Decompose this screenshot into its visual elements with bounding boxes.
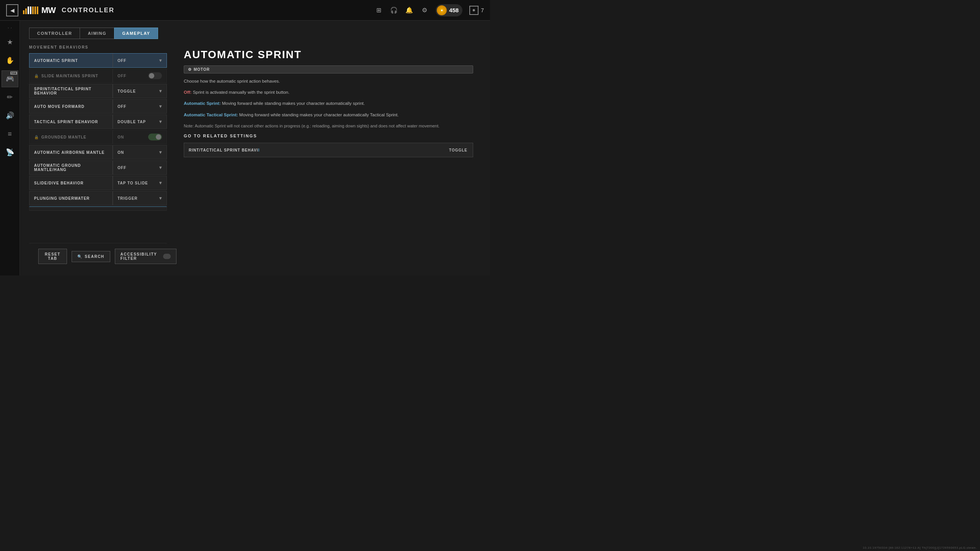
setting-name-slide-dive: SLIDE/DIVE BEHAVIOR	[29, 181, 113, 185]
dropdown-arrow-6: ▾	[159, 165, 162, 170]
sidebar-item-list[interactable]: ≡	[2, 126, 18, 142]
related-setting-value: TOGGLE	[444, 148, 473, 152]
setting-value-airborne-mantle: ON ▾	[113, 150, 167, 155]
tab-controller[interactable]: CONTROLLER	[29, 28, 80, 39]
lock-icon: 🔒	[34, 74, 39, 78]
setting-airborne-mantle[interactable]: AUTOMATIC AIRBORNE MANTLE ON ▾	[29, 145, 167, 160]
setting-value-slide-dive: TAP TO SLIDE ▾	[113, 180, 167, 186]
setting-name-slide-sprint: 🔒 SLIDE MAINTAINS SPRINT	[29, 74, 113, 78]
coin-amount: 458	[449, 7, 459, 13]
sidebar-item-controller[interactable]: 🎮 TAB	[2, 70, 18, 87]
dropdown-arrow-5: ▾	[159, 150, 162, 155]
setting-automatic-sprint[interactable]: AUTOMATIC SPRINT OFF ▾	[29, 53, 167, 68]
sidebar-item-edit[interactable]: ✏	[2, 89, 18, 106]
reset-tab-button[interactable]: RESET TAB	[38, 249, 67, 264]
dropdown-arrow-8: ▾	[159, 196, 162, 201]
settings-list: AUTOMATIC SPRINT OFF ▾ 🔒 SLIDE MAINTAINS…	[29, 53, 167, 243]
setting-value-sprint-tactical: TOGGLE ▾	[113, 88, 167, 94]
setting-value-grounded-mantle: ON	[113, 134, 167, 140]
logo: MW	[23, 5, 56, 15]
lock-icon-2: 🔒	[34, 135, 39, 139]
setting-value-ground-mantle: OFF ▾	[113, 165, 167, 170]
headset-icon[interactable]: 🎧	[390, 6, 398, 15]
option-label-off: Off:	[184, 90, 191, 95]
top-bar: ◀ MW CONTROLLER ⊞ 🎧 🔔 ⚙ ● 458 ❋ 7	[0, 0, 490, 21]
sidebar: · · ★ ✋ 🎮 TAB ✏ 🔊 ≡ 📡	[0, 21, 20, 276]
search-icon: 🔍	[77, 254, 83, 259]
setting-name-ground-mantle: AUTOMATIC GROUND MANTLE/HANG	[29, 163, 113, 172]
setting-name-grounded-mantle: 🔒 GROUNDED MANTLE	[29, 135, 113, 139]
sidebar-item-star[interactable]: ★	[2, 34, 18, 51]
level-value: 7	[481, 7, 484, 13]
split-panels: MOVEMENT BEHAVIORS AUTOMATIC SPRINT OFF …	[20, 39, 490, 276]
setting-ground-mantle[interactable]: AUTOMATIC GROUND MANTLE/HANG OFF ▾	[29, 160, 167, 175]
logo-icon	[23, 7, 38, 14]
dropdown-arrow-2: ▾	[159, 88, 162, 94]
setting-value-automatic-sprint: OFF ▾	[113, 58, 167, 63]
setting-name-sprint-tactical: SPRINT/TACTICAL SPRINT BEHAVIOR	[29, 87, 113, 95]
bell-icon[interactable]: 🔔	[405, 6, 413, 15]
logo-bar-5	[32, 7, 34, 14]
logo-bar-6	[34, 7, 36, 14]
left-panel: MOVEMENT BEHAVIORS AUTOMATIC SPRINT OFF …	[29, 45, 167, 269]
related-setting-sprint[interactable]: RINT/TACTICAL SPRINT BEHAVII TOGGLE	[184, 143, 473, 157]
logo-bar-1	[23, 10, 24, 14]
bottom-bar: RESET TAB 🔍 SEARCH ACCESSIBILITY FILTER	[29, 243, 167, 269]
sidebar-item-signal[interactable]: 📡	[2, 144, 18, 161]
logo-bar-7	[37, 7, 38, 14]
back-button[interactable]: ◀	[6, 4, 18, 16]
grid-icon[interactable]: ⊞	[374, 6, 383, 15]
search-button[interactable]: 🔍 SEARCH	[72, 251, 110, 262]
coin-icon: ●	[437, 5, 447, 15]
related-setting-name: RINT/TACTICAL SPRINT BEHAVII	[184, 148, 444, 152]
toggle-knob-2	[156, 134, 161, 140]
detail-title: AUTOMATIC SPRINT	[184, 49, 473, 61]
setting-value-plunging-underwater: TRIGGER ▾	[113, 196, 167, 201]
sidebar-item-speaker[interactable]: 🔊	[2, 107, 18, 124]
main-layout: · · ★ ✋ 🎮 TAB ✏ 🔊 ≡ 📡 CONTROLLER AIMING …	[0, 21, 490, 276]
tabs-row: CONTROLLER AIMING GAMEPLAY	[20, 21, 490, 39]
level-icon: ❋	[469, 6, 479, 15]
level-display: ❋ 7	[469, 6, 484, 15]
setting-name-tactical-sprint: TACTICAL SPRINT BEHAVIOR	[29, 120, 113, 124]
gear-icon[interactable]: ⚙	[420, 6, 429, 15]
dropdown-arrow-4: ▾	[159, 119, 162, 124]
accessibility-toggle[interactable]	[163, 254, 171, 259]
logo-bar-2	[25, 8, 27, 14]
content-area: CONTROLLER AIMING GAMEPLAY MOVEMENT BEHA…	[20, 21, 490, 276]
option-label-auto-sprint: Automatic Sprint:	[184, 101, 220, 106]
toggle-slide-sprint	[148, 72, 162, 79]
top-bar-left: ◀ MW CONTROLLER	[6, 4, 114, 16]
setting-value-slide-sprint: OFF	[113, 72, 167, 79]
option-auto-tactical: Automatic Tactical Sprint: Moving forwar…	[184, 112, 473, 118]
setting-name-airborne-mantle: AUTOMATIC AIRBORNE MANTLE	[29, 150, 113, 155]
setting-sprint-tactical[interactable]: SPRINT/TACTICAL SPRINT BEHAVIOR TOGGLE ▾	[29, 84, 167, 98]
section-label: MOVEMENT BEHAVIORS	[29, 45, 167, 49]
setting-name-auto-move: AUTO MOVE FORWARD	[29, 104, 113, 109]
tab-aiming[interactable]: AIMING	[80, 28, 114, 39]
tab-badge: TAB	[10, 72, 17, 75]
option-label-auto-tactical: Automatic Tactical Sprint:	[184, 112, 238, 117]
dropdown-arrow-7: ▾	[159, 180, 162, 186]
sidebar-item-hand[interactable]: ✋	[2, 52, 18, 69]
right-panel: AUTOMATIC SPRINT ⚙ MOTOR Choose how the …	[176, 45, 481, 269]
accessibility-filter: ACCESSIBILITY FILTER	[115, 249, 176, 264]
setting-name-automatic-sprint: AUTOMATIC SPRINT	[29, 59, 113, 63]
motor-badge: ⚙ MOTOR	[184, 65, 473, 73]
setting-plunging-underwater[interactable]: PLUNGING UNDERWATER TRIGGER ▾	[29, 191, 167, 205]
setting-grounded-mantle: 🔒 GROUNDED MANTLE ON	[29, 130, 167, 144]
setting-tactical-sprint[interactable]: TACTICAL SPRINT BEHAVIOR DOUBLE TAP ▾	[29, 114, 167, 129]
related-settings-label: GO TO RELATED SETTINGS	[184, 134, 473, 138]
page-title: CONTROLLER	[62, 7, 114, 14]
detail-description: Choose how the automatic sprint action b…	[184, 78, 473, 85]
tab-gameplay[interactable]: GAMEPLAY	[114, 28, 158, 39]
option-auto-sprint: Automatic Sprint: Moving forward while s…	[184, 100, 473, 107]
logo-text: MW	[41, 5, 56, 15]
coins-display[interactable]: ● 458	[436, 4, 462, 16]
setting-auto-move[interactable]: AUTO MOVE FORWARD OFF ▾	[29, 99, 167, 114]
setting-slide-dive[interactable]: SLIDE/DIVE BEHAVIOR TAP TO SLIDE ▾	[29, 176, 167, 190]
more-settings-indicator	[29, 206, 167, 211]
motor-icon: ⚙	[188, 67, 192, 72]
setting-value-tactical-sprint: DOUBLE TAP ▾	[113, 119, 167, 124]
toggle-grounded-mantle	[148, 134, 162, 140]
